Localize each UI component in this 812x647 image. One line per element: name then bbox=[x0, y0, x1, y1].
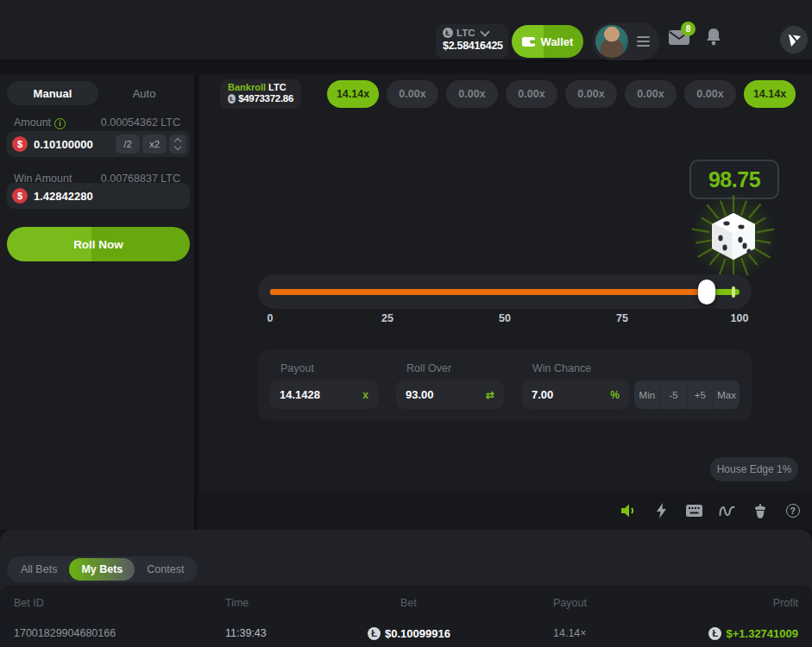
history-chip[interactable]: 14.14x bbox=[327, 80, 379, 108]
wallet-balance: $2.58416425 bbox=[443, 40, 501, 52]
messages-badge: 8 bbox=[681, 22, 696, 36]
roll-over-label: Roll Over bbox=[406, 362, 451, 374]
percent-suffix: % bbox=[610, 389, 620, 401]
house-edge-button[interactable]: House Edge 1% bbox=[710, 457, 798, 481]
slider-scale: 0 25 50 75 100 bbox=[270, 312, 740, 326]
tab-my-bets[interactable]: My Bets bbox=[69, 558, 135, 581]
swap-arrows-icon[interactable]: ⇄ bbox=[486, 389, 494, 401]
time-cell: 11:39:43 bbox=[225, 627, 368, 639]
ltc-coin-icon: Ł bbox=[368, 627, 381, 640]
bet-mode-tabs: Manual Auto bbox=[7, 81, 190, 105]
amount-input[interactable] bbox=[28, 138, 113, 151]
bet-id-cell: 17001829904680166 bbox=[14, 627, 225, 639]
sound-icon[interactable] bbox=[620, 503, 637, 519]
bets-table: Bet ID Time Bet Payout Profit 1700182990… bbox=[0, 585, 812, 647]
slider-fill bbox=[270, 289, 707, 295]
tab-contest[interactable]: Contest bbox=[135, 558, 196, 581]
bell-icon bbox=[706, 28, 721, 47]
payout-input[interactable] bbox=[280, 388, 340, 401]
tab-manual[interactable]: Manual bbox=[7, 81, 98, 105]
ltc-coin-icon: Ł bbox=[708, 627, 721, 640]
info-icon[interactable]: i bbox=[54, 118, 66, 129]
dice-icon bbox=[682, 192, 785, 281]
history-chip[interactable]: 0.00x bbox=[387, 80, 438, 108]
brand-logo[interactable] bbox=[780, 26, 808, 53]
tick-label: 100 bbox=[731, 312, 749, 324]
win-amount-input[interactable] bbox=[28, 190, 186, 203]
col-payout: Payout bbox=[553, 597, 691, 609]
bet-controls-panel: Manual Auto Amounti 0.00054362 LTC $ /2 … bbox=[0, 74, 197, 530]
roll-now-button[interactable]: Roll Now bbox=[7, 227, 190, 261]
ltc-coin-icon: Ł bbox=[228, 94, 236, 104]
bankroll-currency: LTC bbox=[268, 82, 286, 92]
history-chip[interactable]: 0.00x bbox=[684, 80, 736, 108]
slider bbox=[258, 274, 752, 309]
help-icon[interactable]: ? bbox=[784, 503, 801, 519]
roll-over-field: ⇄ bbox=[396, 380, 504, 409]
top-bar: Ł LTC $2.58416425 Wallet 8 bbox=[0, 0, 812, 62]
tick-label: 50 bbox=[499, 312, 511, 324]
user-menu[interactable] bbox=[592, 22, 659, 60]
notifications-button[interactable] bbox=[706, 28, 721, 47]
slider-handle[interactable] bbox=[698, 280, 715, 305]
table-row[interactable]: 17001829904680166 11:39:43 Ł $0.10099916… bbox=[14, 618, 798, 647]
result-marker bbox=[732, 286, 735, 298]
tick-label: 0 bbox=[268, 312, 274, 324]
bets-section: All Bets My Bets Contest Bet ID Time Bet… bbox=[0, 530, 812, 647]
max-button[interactable]: Max bbox=[713, 380, 740, 409]
roll-over-input[interactable] bbox=[406, 388, 466, 401]
history-chip[interactable]: 0.00x bbox=[565, 80, 617, 108]
quick-bets-icon[interactable] bbox=[653, 503, 670, 519]
col-bet: Bet bbox=[368, 597, 553, 609]
half-bet-button[interactable]: /2 bbox=[116, 135, 140, 154]
win-chance-input[interactable] bbox=[532, 388, 592, 401]
messages-button[interactable]: 8 bbox=[669, 30, 689, 45]
tab-auto[interactable]: Auto bbox=[98, 81, 190, 105]
tick-label: 25 bbox=[381, 312, 393, 324]
history-chip[interactable]: 14.14x bbox=[744, 80, 796, 108]
amount-field: $ /2 x2 bbox=[7, 131, 190, 157]
win-amount-field: $ bbox=[7, 183, 190, 209]
bankroll-chip: BankrollLTC Ł $4973372.86 bbox=[220, 79, 301, 109]
minus-5-button[interactable]: -5 bbox=[660, 380, 687, 409]
menu-icon[interactable] bbox=[637, 36, 650, 49]
history-chip[interactable]: 0.00x bbox=[446, 80, 498, 108]
game-toolbar: ? bbox=[199, 492, 812, 530]
wallet-icon bbox=[522, 36, 536, 47]
stats-icon[interactable] bbox=[719, 503, 735, 519]
tab-all-bets[interactable]: All Bets bbox=[9, 558, 69, 581]
double-bet-button[interactable]: x2 bbox=[142, 135, 167, 154]
payout-suffix: x bbox=[362, 389, 368, 401]
dice-game-panel: BankrollLTC Ł $4973372.86 14.14x 0.00x 0… bbox=[199, 74, 812, 492]
amount-stepper[interactable] bbox=[169, 135, 186, 154]
win-chance-adjust-buttons: Min -5 +5 Max bbox=[634, 380, 740, 409]
slider-track[interactable] bbox=[270, 289, 740, 295]
min-button[interactable]: Min bbox=[634, 380, 660, 409]
payout-label: Payout bbox=[280, 362, 314, 374]
table-header: Bet ID Time Bet Payout Profit bbox=[14, 585, 798, 618]
usd-coin-icon: $ bbox=[12, 136, 28, 152]
tick-label: 75 bbox=[616, 312, 628, 324]
bet-parameters-panel: Payout x Roll Over ⇄ Win Chance % Min -5… bbox=[258, 349, 752, 420]
col-profit: Profit bbox=[691, 597, 798, 609]
payout-field: x bbox=[270, 380, 378, 409]
plus-5-button[interactable]: +5 bbox=[687, 380, 714, 409]
avatar[interactable] bbox=[595, 25, 628, 58]
amount-crypto-value: 0.00054362 LTC bbox=[101, 116, 180, 129]
amount-label: Amounti bbox=[14, 116, 66, 129]
bets-tabs: All Bets My Bets Contest bbox=[7, 556, 198, 582]
win-chance-label: Win Chance bbox=[532, 362, 591, 374]
history-chip[interactable]: 0.00x bbox=[625, 80, 677, 108]
col-time: Time bbox=[225, 597, 368, 609]
wallet-button[interactable]: Wallet bbox=[512, 25, 583, 58]
dice-game-page: Ł LTC $2.58416425 Wallet 8 bbox=[0, 0, 812, 647]
win-chance-field: % bbox=[522, 380, 629, 409]
hotkeys-icon[interactable] bbox=[686, 503, 702, 519]
usd-coin-icon: $ bbox=[12, 188, 28, 204]
history-chip[interactable]: 0.00x bbox=[506, 80, 557, 108]
wallet-button-label: Wallet bbox=[541, 35, 574, 48]
seed-icon[interactable] bbox=[752, 503, 768, 519]
bet-cell: Ł $0.10099916 bbox=[368, 627, 553, 640]
currency-selector[interactable]: Ł LTC $2.58416425 bbox=[436, 24, 508, 59]
ltc-coin-icon: Ł bbox=[443, 28, 453, 38]
